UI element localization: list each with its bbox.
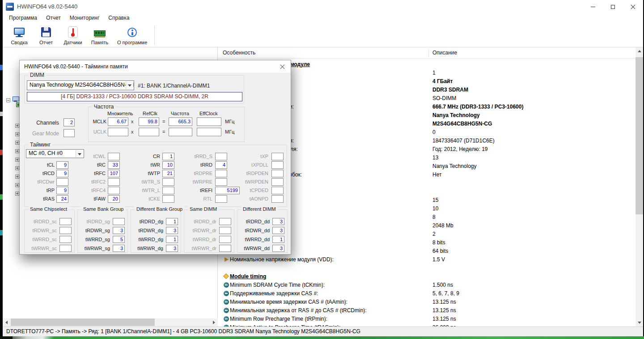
timing-field-tRFC2[interactable] <box>108 178 120 186</box>
column-divider[interactable] <box>428 49 429 57</box>
timing-field-tRP[interactable]: 9 <box>56 187 68 194</box>
timing-field-CR[interactable]: 1 <box>162 153 174 160</box>
timing-field-RTL[interactable] <box>215 195 227 203</box>
timing-field-tRDPDEN[interactable] <box>271 170 284 177</box>
timing-field-tCKE[interactable] <box>162 195 174 203</box>
horizontal-scrollbar[interactable] <box>3 318 218 326</box>
bank-timing-field-tRDWR_dg[interactable]: 3 <box>166 227 178 234</box>
tree-expand-box[interactable] <box>15 149 19 153</box>
bank-timing-field-tWRRD_dr[interactable] <box>219 236 231 243</box>
toolbar-button-summary[interactable]: Сводка <box>6 25 32 46</box>
timing-field-tWRPDEN[interactable] <box>271 178 284 186</box>
vertical-scrollbar[interactable] <box>636 47 643 326</box>
timing-field-tFAW[interactable]: 20 <box>108 195 120 203</box>
bank-timing-field-tRDWR_sg[interactable]: 3 <box>113 227 125 234</box>
tree-expand-box[interactable] <box>15 124 19 128</box>
timing-field-tRDPRE[interactable] <box>215 170 227 177</box>
timing-field-tXP[interactable] <box>271 153 284 160</box>
bank-timing-field-tWRRD_sc[interactable] <box>59 236 72 243</box>
mclk-frequency-field[interactable]: 665.3 <box>169 117 192 126</box>
frequency-group-label: Частота <box>92 104 115 110</box>
timing-field-tRRD_S[interactable] <box>215 153 227 160</box>
maximize-button[interactable] <box>603 0 623 13</box>
bank-timing-field-tWRWR_dr[interactable] <box>219 245 231 252</box>
timing-field-tREFI[interactable]: 5199 <box>215 187 240 194</box>
scroll-left-button[interactable] <box>3 318 10 326</box>
title-bar[interactable]: HWiNFO64 v8.02-5440 <box>3 0 643 13</box>
mclk-refclk-field[interactable]: 99.8 <box>139 117 159 126</box>
timing-field-tXPDLL[interactable] <box>271 161 284 169</box>
dimm-select[interactable]: Nanya Technology M2S4G64CB8HG5N-CG <box>27 80 134 90</box>
chevron-down-icon[interactable] <box>126 81 133 89</box>
uclk-multiplier-field[interactable] <box>108 128 128 136</box>
bank-timing-field-tRDRD_sc[interactable] <box>59 218 72 225</box>
toolbar-button-about[interactable]: О программе <box>114 25 151 46</box>
menu-item[interactable]: Программа <box>4 13 42 23</box>
timing-field-tRRD[interactable]: 4 <box>215 161 227 169</box>
tree-collapse-box[interactable] <box>6 98 10 102</box>
uclk-effclock-field[interactable] <box>197 128 221 136</box>
bank-timing-field-tRDRD_dg[interactable]: 1 <box>166 218 178 225</box>
timing-field-tWTP[interactable]: 21 <box>162 170 174 177</box>
bank-timing-field-tWRRD_dg[interactable]: 1 <box>166 236 178 243</box>
scroll-up-button[interactable] <box>636 47 643 55</box>
tree-expand-box[interactable] <box>15 166 19 170</box>
menu-item[interactable]: Справка <box>104 13 134 23</box>
timing-field-tWR[interactable]: 10 <box>162 161 174 169</box>
timing-field-tCWL[interactable] <box>108 153 120 160</box>
vertical-scroll-thumb[interactable] <box>636 57 643 214</box>
feature-value: 2 <box>432 231 436 237</box>
tree-expand-box[interactable] <box>15 141 19 145</box>
timing-field-tRFC[interactable]: 107 <box>108 170 120 177</box>
channels-field[interactable]: 2 <box>64 118 75 126</box>
bank-timing-field-tRDRD_dr[interactable] <box>219 218 231 225</box>
bank-timing-field-tRDRD_dd[interactable]: 3 <box>272 218 284 225</box>
tree-expand-box[interactable] <box>15 158 19 162</box>
timing-field-tRCD[interactable]: 9 <box>56 170 68 177</box>
toolbar-button-memory[interactable]: Память <box>87 25 113 46</box>
bank-timing-field-tWRRD_sg[interactable]: 5 <box>113 236 125 243</box>
dialog-close-button[interactable] <box>279 63 287 70</box>
scroll-down-button[interactable] <box>636 319 643 326</box>
bank-timing-field-tWRWR_sg[interactable]: 3 <box>113 245 125 252</box>
bank-timing-field-tRDRD_sg[interactable] <box>113 218 125 225</box>
timing-field-tRC[interactable]: 33 <box>108 161 120 169</box>
tree-expand-box[interactable] <box>15 192 19 196</box>
tree-expand-box[interactable] <box>15 183 19 187</box>
timing-field-tRFC4[interactable] <box>108 187 120 194</box>
tree-expand-box[interactable] <box>15 175 19 179</box>
timing-field-tRCDwr[interactable] <box>56 178 68 186</box>
gear-mode-field[interactable] <box>64 129 75 137</box>
mclk-effclock-field[interactable] <box>197 117 221 126</box>
dialog-title-bar[interactable]: HWiNFO64 v8.02-5440 - Тайминги памяти <box>20 60 291 73</box>
column-header-description[interactable]: Описание <box>432 50 457 56</box>
timing-field-tCL[interactable]: 9 <box>56 161 68 169</box>
timing-field-tWTR_L[interactable] <box>162 187 174 194</box>
tree-expand-box[interactable] <box>15 132 19 136</box>
uclk-frequency-field[interactable] <box>169 128 192 136</box>
close-button[interactable] <box>623 0 643 13</box>
bank-timing-field-tWRWR_sc[interactable] <box>59 245 72 252</box>
scroll-right-button[interactable] <box>210 318 218 326</box>
timing-field-tCPDED[interactable] <box>271 187 284 194</box>
module-summary[interactable]: [4 ГБ] DDR3-1333 / PC3-10600 DDR3 SDRAM … <box>27 92 242 101</box>
timing-field-tWRPRE[interactable] <box>215 178 227 186</box>
column-header-feature[interactable]: Особенность <box>223 50 255 56</box>
minimize-button[interactable] <box>583 0 603 13</box>
toolbar-button-sensors[interactable]: Датчики <box>60 25 86 46</box>
bank-timing-field-tWRWR_dd[interactable]: 3 <box>272 245 284 252</box>
horizontal-scroll-thumb[interactable] <box>11 318 155 326</box>
timing-field-tWTR_S[interactable] <box>162 178 174 186</box>
toolbar-button-report[interactable]: Отчет <box>33 25 59 46</box>
timing-field-tAONPD[interactable] <box>271 195 284 203</box>
bank-timing-field-tWRRD_dd[interactable]: 1 <box>272 236 284 243</box>
timing-field-tRAS[interactable]: 24 <box>56 195 68 203</box>
menu-item[interactable]: Мониторинг <box>65 13 104 23</box>
mclk-multiplier-field[interactable]: 6.67 <box>108 117 128 126</box>
bank-timing-field-tRDWR_sc[interactable] <box>59 227 72 234</box>
bank-timing-field-tWRWR_dg[interactable]: 3 <box>166 245 178 252</box>
uclk-refclk-field[interactable] <box>139 128 159 136</box>
bank-timing-field-tRDWR_dd[interactable]: 3 <box>272 227 284 234</box>
bank-timing-field-tRDWR_dr[interactable] <box>219 227 231 234</box>
menu-item[interactable]: Отчет <box>42 13 65 23</box>
